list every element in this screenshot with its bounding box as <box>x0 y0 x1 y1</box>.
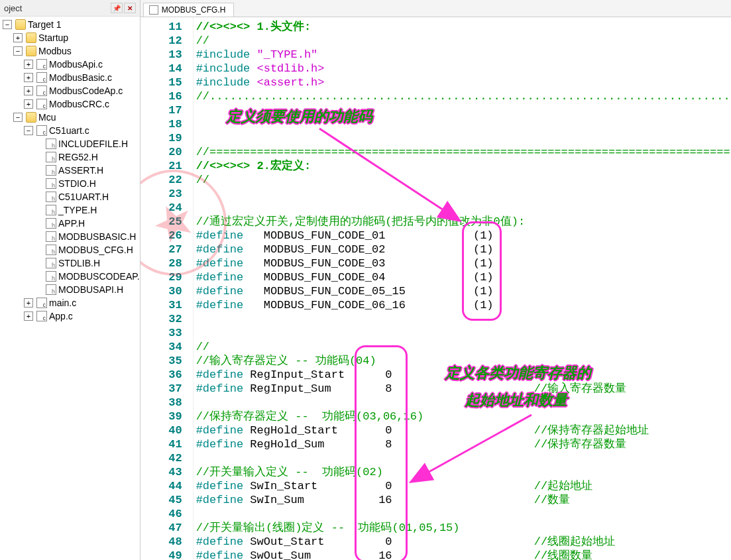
tree-toggle-icon[interactable]: + <box>24 60 33 69</box>
h-file-icon <box>46 178 56 189</box>
code-line[interactable]: //输入寄存器定义 -- 功能码(04) <box>196 354 731 368</box>
tree-label: App.c <box>49 311 73 321</box>
tree-label: MODBUS_CFG.H <box>58 245 133 255</box>
tree-item[interactable]: STDLIB.H <box>32 256 140 270</box>
code-line[interactable]: #include "_TYPE.h" <box>196 48 731 62</box>
tree-toggle-icon[interactable]: − <box>3 20 12 29</box>
tree-item[interactable]: +Startup <box>11 31 140 44</box>
code-line[interactable] <box>196 117 731 131</box>
h-file-icon <box>46 258 56 268</box>
tree-toggle-icon[interactable]: + <box>24 86 33 95</box>
code-line[interactable]: #define SwIn_Start 0 //起始地址 <box>196 479 731 493</box>
tree-toggle-icon[interactable]: + <box>24 73 33 82</box>
code-line[interactable]: #define SwIn_Sum 16 //数量 <box>196 493 731 507</box>
line-number: 11 <box>141 20 182 34</box>
code-line[interactable]: #define SwOut_Start 0 //线圈起始地址 <box>196 535 731 549</box>
tree-item[interactable]: APP.H <box>32 217 140 230</box>
code-line[interactable]: // <box>196 173 731 187</box>
code-line[interactable]: // <box>196 340 731 354</box>
tree-item[interactable]: ASSERT.H <box>32 164 140 177</box>
tree-toggle-icon[interactable]: + <box>24 99 33 109</box>
panel-title: oject <box>4 3 22 13</box>
line-number: 13 <box>141 48 182 62</box>
tree-item[interactable]: +ModbusBasic.c <box>21 71 140 84</box>
tree-item[interactable]: −Target 1 <box>0 18 140 31</box>
tree-toggle-icon[interactable]: − <box>13 113 23 122</box>
code-editor[interactable]: 1112131415161718192021222324252627282930… <box>141 17 731 560</box>
code-body[interactable]: //<><><> 1.头文件://#include "_TYPE.h"#incl… <box>194 17 731 560</box>
tree-item[interactable]: −Modbus <box>11 44 140 58</box>
tree-item[interactable]: +main.c <box>21 296 140 309</box>
code-line[interactable]: //......................................… <box>196 89 731 103</box>
code-line[interactable]: #define MODBUS_FUN_CODE_01 (1) <box>196 229 731 243</box>
code-line[interactable]: #define RegInput_Start 0 <box>196 368 731 382</box>
code-line[interactable] <box>196 326 731 340</box>
tree-toggle-icon[interactable]: − <box>13 46 23 56</box>
code-line[interactable]: #define SwOut_Sum 16 //线圈数量 <box>196 549 731 560</box>
code-line[interactable] <box>196 187 731 201</box>
code-line[interactable]: //保持寄存器定义 -- 功能码(03,06,16) <box>196 410 731 423</box>
tree-item[interactable]: REG52.H <box>32 150 140 164</box>
line-number: 45 <box>141 493 182 507</box>
code-line[interactable]: #define RegHold_Start 0 //保持寄存器起始地址 <box>196 423 731 437</box>
tab-label: MODBUS_CFG.H <box>162 5 226 15</box>
project-tree[interactable]: −Target 1+Startup−Modbus+ModbusApi.c+Mod… <box>0 17 140 560</box>
tree-item[interactable]: MODBUS_CFG.H <box>32 243 140 256</box>
tree-item[interactable]: MODBUSCODEAP. <box>32 270 140 283</box>
line-number: 47 <box>141 521 182 535</box>
line-number: 37 <box>141 382 182 396</box>
code-line[interactable]: //======================================… <box>196 145 731 159</box>
tree-item[interactable]: +ModbusCodeAp.c <box>21 84 140 97</box>
code-line[interactable] <box>196 312 731 326</box>
line-number: 48 <box>141 535 182 549</box>
code-line[interactable] <box>196 396 731 410</box>
tree-item[interactable]: STDIO.H <box>32 177 140 190</box>
pin-icon[interactable]: 📌 <box>111 3 123 13</box>
code-line[interactable]: #define MODBUS_FUN_CODE_05_15 (1) <box>196 284 731 298</box>
code-line[interactable]: //开关量输出(线圈)定义 -- 功能码(01,05,15) <box>196 521 731 535</box>
code-line[interactable]: //开关量输入定义 -- 功能码(02) <box>196 465 731 479</box>
tree-item[interactable]: −Mcu <box>11 111 140 124</box>
tree-item[interactable]: −C51uart.c <box>21 124 140 137</box>
code-line[interactable]: //通过宏定义开关,定制使用的功能码(把括号内的值改为非0值): <box>196 215 731 229</box>
line-number: 14 <box>141 62 182 76</box>
line-number: 36 <box>141 368 182 382</box>
tree-toggle-icon[interactable]: + <box>24 298 33 308</box>
tree-item[interactable]: +App.c <box>21 309 140 323</box>
tree-toggle-icon[interactable]: + <box>13 33 23 42</box>
close-icon[interactable]: ✕ <box>124 3 136 13</box>
code-line[interactable]: //<><><> 1.头文件: <box>196 20 731 34</box>
tree-item[interactable]: INCLUDEFILE.H <box>32 137 140 150</box>
c-file-icon <box>36 85 47 96</box>
code-line[interactable]: //<><><> 2.宏定义: <box>196 159 731 173</box>
code-line[interactable]: #define MODBUS_FUN_CODE_03 (1) <box>196 256 731 270</box>
code-line[interactable]: #include <stdlib.h> <box>196 62 731 76</box>
c-file-icon <box>36 99 47 109</box>
code-line[interactable] <box>196 451 731 465</box>
tab-modbus-cfg[interactable]: MODBUS_CFG.H <box>143 3 235 17</box>
code-line[interactable]: #define RegInput_Sum 8 //输入寄存器数量 <box>196 382 731 396</box>
code-line[interactable]: #define MODBUS_FUN_CODE_06_16 (1) <box>196 298 731 312</box>
line-number: 43 <box>141 465 182 479</box>
h-file-icon <box>46 165 56 176</box>
tree-label: REG52.H <box>58 152 98 162</box>
tree-label: Target 1 <box>28 19 62 30</box>
code-line[interactable] <box>196 131 731 145</box>
code-line[interactable] <box>196 507 731 521</box>
tree-item[interactable]: _TYPE.H <box>32 203 140 217</box>
tree-toggle-icon[interactable]: − <box>24 126 33 135</box>
code-line[interactable] <box>196 201 731 215</box>
h-file-icon <box>46 192 56 202</box>
tree-item[interactable]: MODBUSAPI.H <box>32 283 140 296</box>
tree-item[interactable]: C51UART.H <box>32 190 140 203</box>
code-line[interactable]: #define RegHold_Sum 8 //保持寄存器数量 <box>196 437 731 451</box>
tree-item[interactable]: +ModbusApi.c <box>21 58 140 71</box>
code-line[interactable]: #define MODBUS_FUN_CODE_04 (1) <box>196 270 731 284</box>
code-line[interactable]: #include <assert.h> <box>196 76 731 89</box>
code-line[interactable]: #define MODBUS_FUN_CODE_02 (1) <box>196 243 731 256</box>
tree-item[interactable]: MODBUSBASIC.H <box>32 230 140 243</box>
tree-toggle-icon[interactable]: + <box>24 311 33 321</box>
code-line[interactable]: // <box>196 34 731 48</box>
tree-item[interactable]: +ModbusCRC.c <box>21 97 140 111</box>
code-line[interactable] <box>196 103 731 117</box>
